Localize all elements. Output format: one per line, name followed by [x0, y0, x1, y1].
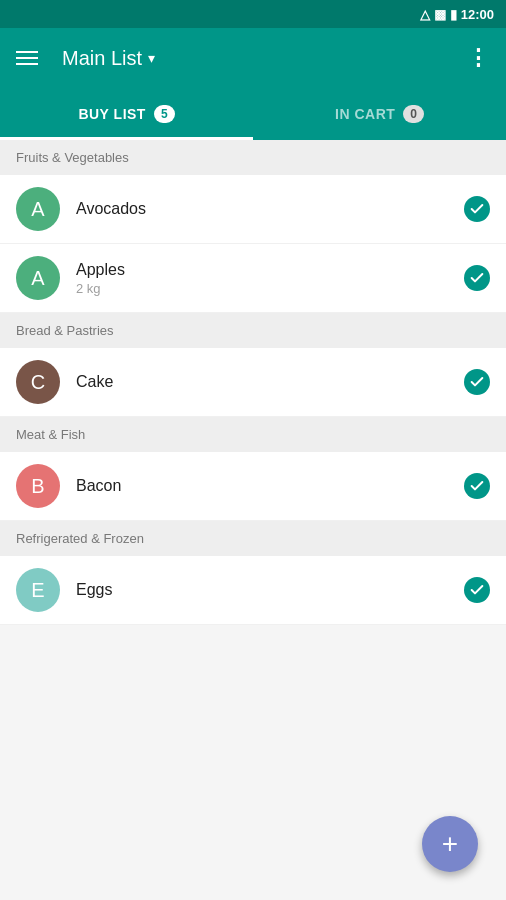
in-cart-tab-label: IN CART — [335, 106, 395, 122]
tab-in-cart[interactable]: IN CART 0 — [253, 88, 506, 140]
fab-plus-icon: + — [442, 830, 458, 858]
buy-list-tab-badge: 5 — [154, 105, 175, 123]
toolbar-title: Main List ▾ — [62, 47, 451, 70]
avatar: A — [16, 256, 60, 300]
category-header: Bread & Pastries — [0, 313, 506, 348]
status-bar: △ ▩ ▮ 12:00 — [0, 0, 506, 28]
check-icon[interactable] — [464, 265, 490, 291]
list-item[interactable]: CCake — [0, 348, 506, 417]
hamburger-menu-button[interactable] — [16, 51, 38, 65]
in-cart-tab-badge: 0 — [403, 105, 424, 123]
category-header: Meat & Fish — [0, 417, 506, 452]
check-icon[interactable] — [464, 369, 490, 395]
item-name: Apples — [76, 261, 464, 279]
item-text: Avocados — [76, 200, 464, 218]
avatar: C — [16, 360, 60, 404]
list-item[interactable]: BBacon — [0, 452, 506, 521]
list-item[interactable]: AApples2 kg — [0, 244, 506, 313]
signal-icon: ▩ — [434, 7, 446, 22]
item-text: Bacon — [76, 477, 464, 495]
item-name: Cake — [76, 373, 464, 391]
status-time: 12:00 — [461, 7, 494, 22]
toolbar: Main List ▾ ⋮ — [0, 28, 506, 88]
check-icon[interactable] — [464, 577, 490, 603]
item-text: Eggs — [76, 581, 464, 599]
app-title-label: Main List — [62, 47, 142, 70]
check-icon[interactable] — [464, 196, 490, 222]
category-header: Refrigerated & Frozen — [0, 521, 506, 556]
wifi-icon: △ — [420, 7, 430, 22]
category-header: Fruits & Vegetables — [0, 140, 506, 175]
buy-list-tab-label: BUY LIST — [78, 106, 146, 122]
list-item[interactable]: EEggs — [0, 556, 506, 625]
check-icon[interactable] — [464, 473, 490, 499]
item-name: Eggs — [76, 581, 464, 599]
tab-buy-list[interactable]: BUY LIST 5 — [0, 88, 253, 140]
avatar: A — [16, 187, 60, 231]
item-name: Avocados — [76, 200, 464, 218]
add-item-fab[interactable]: + — [422, 816, 478, 872]
list-item[interactable]: AAvocados — [0, 175, 506, 244]
item-text: Cake — [76, 373, 464, 391]
list-content: Fruits & VegetablesAAvocadosAApples2 kgB… — [0, 140, 506, 625]
item-detail: 2 kg — [76, 281, 464, 296]
item-name: Bacon — [76, 477, 464, 495]
tab-active-indicator — [0, 137, 253, 140]
item-text: Apples2 kg — [76, 261, 464, 296]
avatar: E — [16, 568, 60, 612]
avatar: B — [16, 464, 60, 508]
tabs-bar: BUY LIST 5 IN CART 0 — [0, 88, 506, 140]
more-options-button[interactable]: ⋮ — [467, 45, 490, 71]
battery-icon: ▮ — [450, 7, 457, 22]
dropdown-arrow-icon[interactable]: ▾ — [148, 50, 155, 66]
